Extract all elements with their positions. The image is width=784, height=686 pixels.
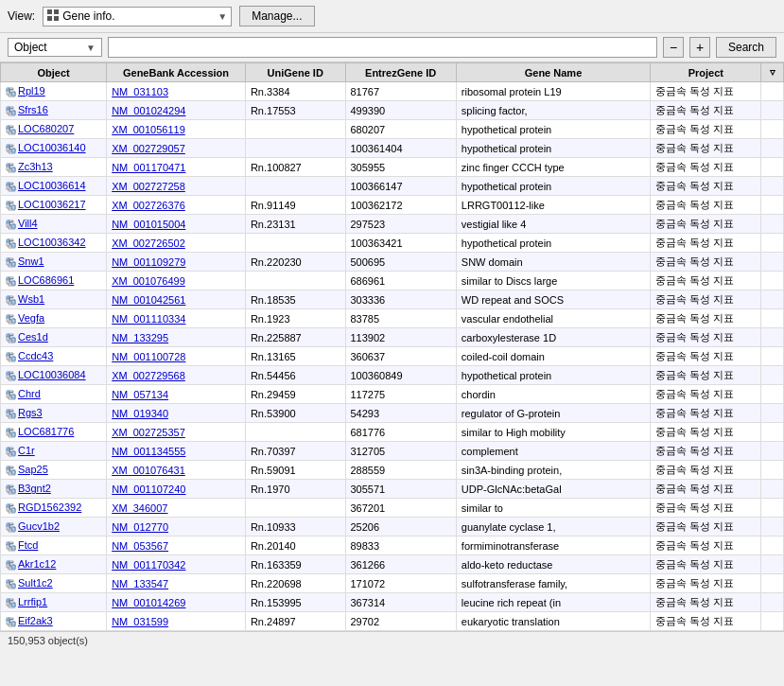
object-link[interactable]: LOC686961 — [18, 274, 74, 286]
object-link[interactable]: C1r — [18, 445, 35, 456]
object-link[interactable]: Ces1d — [18, 331, 48, 343]
cell-data: 중금속 독성 지표 — [651, 158, 761, 177]
genebank-link[interactable]: NM_031103 — [112, 86, 168, 97]
genebank-link[interactable]: NM_001014269 — [112, 597, 185, 608]
object-link[interactable]: LOC10036140 — [18, 142, 86, 153]
object-link[interactable]: Zc3h13 — [18, 161, 53, 172]
object-link[interactable]: Sfrs16 — [18, 104, 48, 115]
object-link[interactable]: Akr1c12 — [18, 558, 56, 570]
genebank-link[interactable]: NM_001170471 — [112, 162, 185, 173]
svg-rect-40 — [7, 315, 9, 318]
genebank-link[interactable]: XM_002726502 — [112, 237, 185, 249]
object-link[interactable]: RGD1562392 — [18, 501, 81, 513]
genebank-link[interactable]: NM_001134555 — [112, 446, 185, 457]
genebank-link[interactable]: XM_346007 — [112, 502, 167, 514]
object-link[interactable]: Gucv1b2 — [18, 520, 60, 532]
genebank-link[interactable]: NM_031599 — [112, 616, 168, 627]
genebank-link[interactable]: XM_002726376 — [112, 200, 185, 211]
cell-data: 360637 — [345, 347, 456, 366]
object-link[interactable]: LOC10036084 — [18, 369, 86, 380]
genebank-link[interactable]: NM_133295 — [112, 332, 168, 343]
link-icon — [6, 369, 18, 380]
table-row: Ces1dNM_133295Rn.225887113902carboxylest… — [1, 328, 784, 347]
table-row: Snw1NM_001109279Rn.220230500695SNW domai… — [1, 253, 784, 272]
svg-rect-2 — [47, 16, 52, 21]
cell-data: 312705 — [345, 442, 456, 461]
table-row: LOC10036342XM_002726502100363421hypothet… — [1, 234, 784, 253]
cell-object: Vill4 — [1, 215, 107, 234]
genebank-link[interactable]: XM_002727258 — [112, 181, 185, 192]
genebank-link[interactable]: NM_001042561 — [112, 294, 185, 306]
cell-object: Sfrs16 — [1, 101, 107, 120]
genebank-link[interactable]: NM_019340 — [112, 408, 168, 419]
object-link[interactable]: LOC680207 — [18, 123, 74, 134]
col-header-unigene[interactable]: UniGene ID — [245, 63, 345, 82]
col-header-genename[interactable]: Gene Name — [456, 63, 650, 82]
object-link[interactable]: Rgs3 — [18, 407, 43, 418]
cell-genebank: NM_001170471 — [107, 158, 246, 177]
table-row: RGD1562392XM_346007367201similar to중금속 독… — [1, 499, 784, 518]
genebank-link[interactable]: NM_001107240 — [112, 484, 185, 495]
object-link[interactable]: Eif2ak3 — [18, 615, 53, 626]
object-link[interactable]: Sap25 — [18, 464, 48, 475]
link-icon — [6, 255, 18, 267]
col-header-genebank[interactable]: GeneBank Accession — [107, 63, 246, 82]
cell-object: Akr1c12 — [1, 555, 107, 574]
plus-button[interactable]: + — [689, 37, 710, 58]
cell-data: 중금속 독성 지표 — [651, 139, 761, 158]
genebank-link[interactable]: NM_001024294 — [112, 105, 185, 116]
svg-rect-22 — [7, 202, 9, 204]
object-link[interactable]: Wsb1 — [18, 293, 44, 305]
object-link[interactable]: B3gnt2 — [18, 483, 51, 494]
col-header-project[interactable]: Project — [651, 63, 761, 82]
table-row: Wsb1NM_001042561Rn.18535303336WD repeat … — [1, 290, 784, 309]
object-link[interactable]: LOC10036614 — [18, 180, 86, 191]
genebank-link[interactable]: NM_012770 — [112, 521, 168, 533]
cell-data: 367314 — [345, 593, 456, 612]
svg-rect-43 — [7, 334, 9, 337]
cell-object: RGD1562392 — [1, 499, 107, 518]
col-header-filter-icon[interactable]: ▿ — [761, 63, 784, 82]
object-link[interactable]: LOC681776 — [18, 426, 74, 437]
minus-button[interactable]: − — [663, 37, 684, 58]
cell-data: formiminotransferase — [456, 536, 650, 555]
genebank-link[interactable]: XM_002729057 — [112, 143, 185, 154]
genebank-link[interactable]: NM_001100728 — [112, 351, 185, 362]
object-link[interactable]: Rpl19 — [18, 85, 45, 97]
object-link[interactable]: Vill4 — [18, 218, 38, 229]
object-link[interactable]: LOC10036342 — [18, 237, 86, 248]
object-link[interactable]: Lrrfip1 — [18, 596, 47, 607]
object-link[interactable]: Sult1c2 — [18, 577, 53, 589]
genebank-link[interactable]: NM_001110334 — [112, 313, 185, 325]
object-link[interactable]: Snw1 — [18, 255, 44, 267]
cell-object: Eif2ak3 — [1, 612, 107, 631]
link-icon — [6, 407, 18, 418]
cell-data: 중금속 독성 지표 — [651, 593, 761, 612]
genebank-link[interactable]: NM_001170342 — [112, 559, 185, 571]
view-select[interactable]: Gene info. ▼ — [43, 7, 232, 26]
cell-data: 중금속 독성 지표 — [651, 366, 761, 385]
col-header-entrezgene[interactable]: EntrezGene ID — [345, 63, 456, 82]
genebank-link[interactable]: XM_001076499 — [112, 275, 185, 287]
genebank-link[interactable]: XM_001056119 — [112, 124, 185, 135]
object-link[interactable]: Chrd — [18, 388, 41, 399]
cell-data: 83785 — [345, 309, 456, 328]
genebank-link[interactable]: NM_057134 — [112, 389, 168, 400]
filter-input[interactable] — [108, 37, 657, 58]
filter-type-select[interactable]: Object ▼ — [8, 38, 102, 57]
object-link[interactable]: LOC10036217 — [18, 199, 86, 210]
genebank-link[interactable]: NM_001109279 — [112, 256, 185, 268]
genebank-link[interactable]: XM_001076431 — [112, 465, 185, 476]
col-header-object[interactable]: Object — [1, 63, 107, 82]
manage-button[interactable]: Manage... — [239, 6, 314, 26]
cell-object: Ftcd — [1, 536, 107, 555]
genebank-link[interactable]: NM_001015004 — [112, 219, 185, 230]
genebank-link[interactable]: NM_053567 — [112, 540, 168, 552]
object-link[interactable]: Vegfa — [18, 312, 44, 324]
object-link[interactable]: Ccdc43 — [18, 350, 53, 361]
genebank-link[interactable]: XM_002725357 — [112, 427, 185, 438]
genebank-link[interactable]: NM_133547 — [112, 578, 168, 589]
object-link[interactable]: Ftcd — [18, 539, 38, 551]
genebank-link[interactable]: XM_002729568 — [112, 370, 185, 381]
search-button[interactable]: Search — [716, 37, 776, 58]
